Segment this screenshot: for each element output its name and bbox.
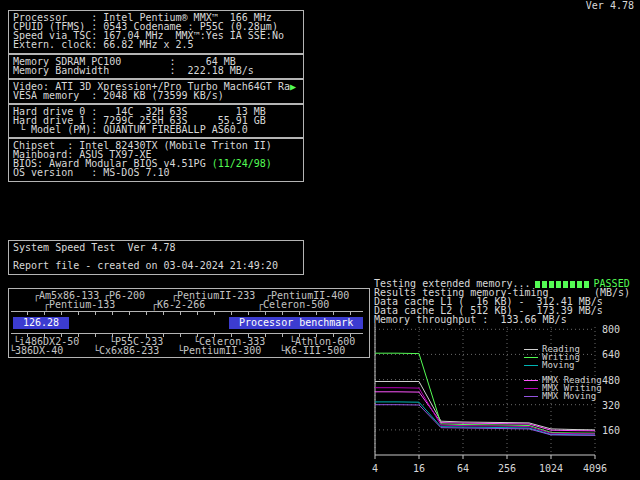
memory-bandwidth-line: Memory Bandwidth : 222.18 MB/s	[13, 66, 299, 75]
x-axis-label: 4096	[583, 464, 607, 473]
legend-item: MMX Moving	[524, 392, 602, 400]
y-axis-label: 640	[602, 350, 620, 359]
chart-legend: ReadingWritingMovingMMX ReadingMMX Writi…	[524, 345, 602, 400]
processor-info-box: Processor : Intel Pentium® MMX™ 166 MHz …	[8, 10, 304, 54]
x-axis-label: 16	[413, 464, 425, 473]
legend-item: Moving	[524, 361, 602, 369]
extern-clock-line: Extern. clock: 66.82 MHz x 2.5	[13, 40, 299, 49]
y-axis-label: 160	[602, 426, 620, 435]
legend-line-swatch	[524, 365, 538, 366]
processor-benchmark-box: ┌Am5x86-133┌P6-200┌PentiumII-233┌Pentium…	[8, 288, 370, 358]
gauge-ruler-top	[11, 311, 363, 316]
vesa-memory-line: VESA memory : 2048 KB (73599 KB/s)	[13, 91, 299, 100]
harddrive-info-box: Hard drive 0 : 14C 32H 63S 13 MB Hard dr…	[8, 104, 304, 138]
legend-line-swatch	[524, 396, 538, 397]
benchmark-score: 126.28	[13, 317, 69, 329]
memory-throughput-chart: ReadingWritingMovingMMX ReadingMMX Writi…	[374, 323, 636, 477]
cpu-reference-label: └386DX-40	[9, 346, 63, 355]
video-info-box: Video: ATI 3D Xpression+/Pro Turbo Mach6…	[8, 79, 304, 104]
x-axis-label: 256	[498, 464, 516, 473]
cpu-reference-label: ┌K6-2-266	[151, 300, 205, 309]
legend-label: Moving	[542, 361, 575, 369]
legend-line-swatch	[524, 349, 538, 350]
x-axis-label: 1024	[539, 464, 563, 473]
legend-line-swatch	[524, 357, 538, 358]
report-title: System Speed Test Ver 4.78	[13, 243, 299, 252]
cpu-reference-label: └PentiumII-300	[177, 346, 261, 355]
version-label: Ver 4.78	[586, 1, 634, 10]
report-created-line: Report file - created on 03-04-2024 21:4…	[13, 261, 299, 270]
legend-label: MMX Moving	[542, 392, 596, 400]
report-box: System Speed Test Ver 4.78 Report file -…	[8, 240, 304, 275]
more-indicator-icon: ▶	[290, 81, 296, 92]
y-axis-label: 800	[602, 325, 620, 334]
y-axis-label: 480	[602, 376, 620, 385]
bios-date: (11/24/98)	[212, 158, 272, 169]
legend-line-swatch	[524, 388, 538, 389]
hdd-model-line: └ Model (PM): QUANTUM FIREBALLP AS60.0	[13, 125, 299, 134]
cpu-reference-label: ┌Pentium-133	[43, 300, 115, 309]
x-axis-label: 64	[457, 464, 469, 473]
x-axis-label: 4	[372, 464, 378, 473]
cpu-reference-label: └K6-III-500	[279, 346, 345, 355]
memory-info-box: Memory SDRAM PC100 : 64 MB Memory Bandwi…	[8, 54, 304, 79]
os-version-line: OS version : MS-DOS 7.10	[13, 168, 299, 177]
benchmark-title: Processor benchmark	[229, 317, 363, 329]
y-axis-label: 320	[602, 401, 620, 410]
speedsys-screen: Ver 4.78 Processor : Intel Pentium® MMX™…	[0, 0, 640, 480]
cpu-reference-label: ┌Celeron-500	[257, 300, 329, 309]
cpu-reference-label: └Cx6x86-233	[93, 346, 159, 355]
chipset-info-box: Chipset : Intel 82430TX (Mobile Triton I…	[8, 138, 304, 182]
legend-line-swatch	[524, 380, 538, 381]
